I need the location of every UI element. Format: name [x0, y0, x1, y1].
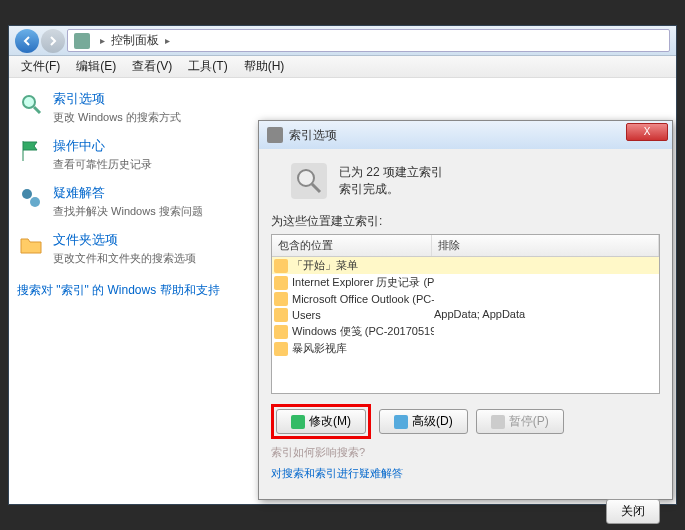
address-bar[interactable]: ▸ 控制面板 ▸	[67, 29, 670, 52]
svg-line-5	[312, 184, 320, 192]
dialog-icon	[267, 127, 283, 143]
locations-table: 包含的位置 排除 「开始」菜单Internet Explorer 历史记录 (P…	[271, 234, 660, 394]
col-included[interactable]: 包含的位置	[272, 235, 432, 256]
close-button[interactable]: 关闭	[606, 499, 660, 524]
why-link[interactable]: 索引如何影响搜索?	[271, 446, 365, 458]
status-complete: 索引完成。	[339, 181, 443, 198]
row-exclude	[434, 324, 657, 339]
advanced-button[interactable]: 高级(D)	[379, 409, 468, 434]
folder-icon	[274, 276, 288, 290]
modify-highlight: 修改(M)	[271, 404, 371, 439]
menubar: 文件(F) 编辑(E) 查看(V) 工具(T) 帮助(H)	[9, 56, 676, 78]
svg-point-4	[298, 170, 314, 186]
dialog-body: 已为 22 项建立索引 索引完成。 为这些位置建立索引: 包含的位置 排除 「开…	[259, 149, 672, 530]
troubleshoot-link[interactable]: 对搜索和索引进行疑难解答	[271, 467, 403, 479]
gears-icon	[17, 184, 45, 212]
back-button[interactable]	[15, 29, 39, 53]
folder-icon	[17, 231, 45, 259]
advanced-label: 高级(D)	[412, 413, 453, 430]
folder-icon	[274, 325, 288, 339]
cp-title[interactable]: 操作中心	[53, 137, 152, 155]
folder-icon	[274, 259, 288, 273]
flag-icon	[17, 137, 45, 165]
close-icon[interactable]: X	[626, 123, 668, 141]
svg-point-2	[22, 189, 32, 199]
menu-view[interactable]: 查看(V)	[124, 58, 180, 75]
folder-icon	[274, 308, 288, 322]
menu-edit[interactable]: 编辑(E)	[68, 58, 124, 75]
col-exclude[interactable]: 排除	[432, 235, 659, 256]
folder-icon	[274, 342, 288, 356]
row-name: Microsoft Office Outlook (PC-20...	[292, 293, 434, 305]
folder-icon	[274, 292, 288, 306]
table-row[interactable]: Internet Explorer 历史记录 (PC-...	[272, 274, 659, 291]
shield-icon	[491, 415, 505, 429]
table-row[interactable]: Microsoft Office Outlook (PC-20...	[272, 291, 659, 307]
table-row[interactable]: 「开始」菜单	[272, 257, 659, 274]
shield-icon	[291, 415, 305, 429]
control-panel-icon	[74, 33, 90, 49]
forward-button[interactable]	[41, 29, 65, 53]
titlebar: ▸ 控制面板 ▸	[9, 26, 676, 56]
svg-point-0	[23, 96, 35, 108]
svg-line-1	[34, 107, 40, 113]
modify-button[interactable]: 修改(M)	[276, 409, 366, 434]
locations-label: 为这些位置建立索引:	[271, 213, 660, 230]
table-row[interactable]: Windows 便笺 (PC-20170519GVHL\A...	[272, 323, 659, 340]
shield-icon	[394, 415, 408, 429]
cp-sub: 更改文件和文件夹的搜索选项	[53, 251, 196, 266]
table-row[interactable]: UsersAppData; AppData	[272, 307, 659, 323]
menu-file[interactable]: 文件(F)	[13, 58, 68, 75]
breadcrumb-label: 控制面板	[111, 32, 159, 49]
magnifier-icon	[17, 90, 45, 118]
row-exclude	[434, 292, 657, 306]
indexing-options-dialog: 索引选项 X 已为 22 项建立索引 索引完成。 为这些位置建立索引: 包含的位…	[258, 120, 673, 500]
row-exclude: AppData; AppData	[434, 308, 657, 322]
table-header: 包含的位置 排除	[272, 235, 659, 257]
row-name: Internet Explorer 历史记录 (PC-...	[292, 275, 434, 290]
cp-title[interactable]: 疑难解答	[53, 184, 203, 202]
row-exclude	[434, 341, 657, 356]
cp-title[interactable]: 索引选项	[53, 90, 181, 108]
row-exclude	[434, 275, 657, 290]
row-name: Windows 便笺 (PC-20170519GVHL\A...	[292, 324, 434, 339]
cp-sub: 查找并解决 Windows 搜索问题	[53, 204, 203, 219]
dialog-title: 索引选项	[289, 127, 337, 144]
svg-point-3	[30, 197, 40, 207]
cp-sub: 更改 Windows 的搜索方式	[53, 110, 181, 125]
row-name: Users	[292, 309, 321, 321]
cp-title[interactable]: 文件夹选项	[53, 231, 196, 249]
menu-tools[interactable]: 工具(T)	[180, 58, 235, 75]
table-row[interactable]: 暴风影视库	[272, 340, 659, 357]
index-status-icon	[291, 163, 327, 199]
row-name: 暴风影视库	[292, 341, 347, 356]
cp-sub: 查看可靠性历史记录	[53, 157, 152, 172]
modify-label: 修改(M)	[309, 413, 351, 430]
pause-label: 暂停(P)	[509, 413, 549, 430]
status-count: 已为 22 项建立索引	[339, 164, 443, 181]
row-name: 「开始」菜单	[292, 258, 358, 273]
breadcrumb-sep: ▸	[100, 35, 105, 46]
row-exclude	[434, 258, 657, 273]
pause-button[interactable]: 暂停(P)	[476, 409, 564, 434]
dialog-titlebar: 索引选项 X	[259, 121, 672, 149]
menu-help[interactable]: 帮助(H)	[236, 58, 293, 75]
breadcrumb-sep2: ▸	[165, 35, 170, 46]
